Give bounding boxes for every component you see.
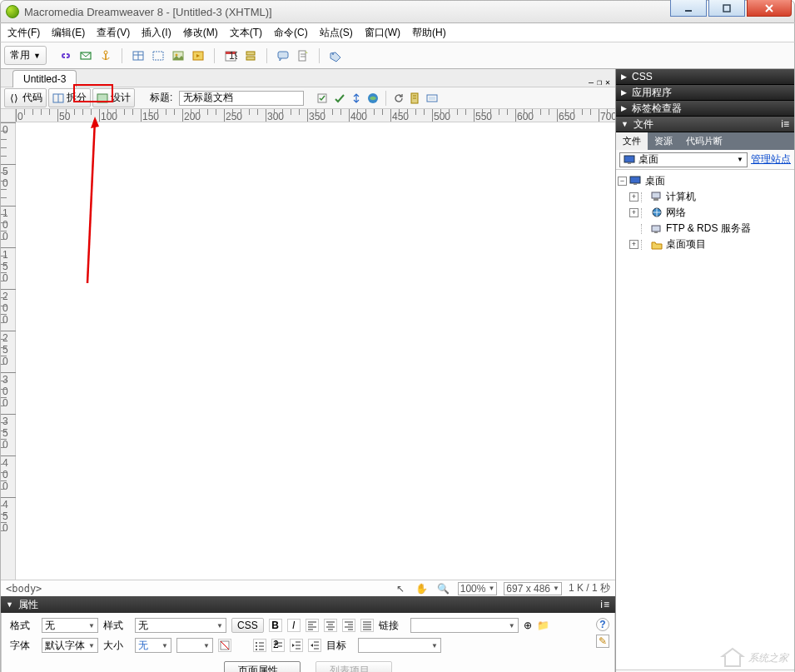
- tagins-panel-header[interactable]: ▶标签检查器: [616, 101, 794, 117]
- style-select[interactable]: 无▼: [135, 618, 226, 633]
- properties-header[interactable]: ▼ 属性 i≡: [1, 596, 615, 613]
- format-select[interactable]: 无▼: [42, 618, 98, 633]
- size-select[interactable]: 无▼: [135, 638, 171, 653]
- template-icon[interactable]: [296, 48, 311, 63]
- page-properties-button[interactable]: 页面属性...: [224, 661, 301, 672]
- quick-tag-icon[interactable]: ✎: [596, 635, 609, 648]
- panel-menu-icon[interactable]: i≡: [600, 599, 610, 610]
- expand-icon[interactable]: +: [629, 240, 638, 249]
- site-select[interactable]: 桌面▼: [619, 152, 748, 167]
- design-canvas[interactable]: [16, 122, 615, 580]
- help-icon[interactable]: ?: [596, 618, 609, 631]
- doc-minimize-icon[interactable]: –: [589, 77, 594, 87]
- point-to-file-icon[interactable]: ⊕: [524, 620, 532, 631]
- server-icon[interactable]: [243, 48, 258, 63]
- window-size-select[interactable]: 697 x 486▼: [504, 582, 562, 595]
- menu-text[interactable]: 文本(T): [230, 26, 262, 40]
- bold-icon[interactable]: B: [269, 619, 282, 632]
- menu-site[interactable]: 站点(S): [320, 26, 353, 40]
- menu-edit[interactable]: 编辑(E): [52, 26, 85, 40]
- menu-help[interactable]: 帮助(H): [412, 26, 446, 40]
- list-items-button[interactable]: 列表项目...: [316, 661, 392, 672]
- svg-rect-73: [630, 177, 640, 183]
- tree-item[interactable]: + 网络: [618, 205, 793, 221]
- expand-icon[interactable]: +: [629, 208, 638, 217]
- check-icon[interactable]: [332, 91, 347, 106]
- div-icon[interactable]: [151, 48, 166, 63]
- preview-icon[interactable]: [365, 91, 380, 106]
- files-tree[interactable]: − 桌面 + 计算机 + 网络 FTP & RDS 服务器 +: [616, 170, 794, 670]
- document-tabs: Untitled-3 – ❐ ✕: [1, 69, 615, 87]
- css-button[interactable]: CSS: [231, 618, 264, 633]
- view-options-icon[interactable]: [408, 91, 423, 106]
- validate-icon[interactable]: [316, 91, 330, 106]
- tree-item[interactable]: FTP & RDS 服务器: [618, 221, 793, 236]
- maximize-button[interactable]: [708, 0, 745, 17]
- tree-item[interactable]: + 桌面项目: [618, 236, 793, 252]
- target-select[interactable]: ▼: [358, 638, 441, 653]
- design-view-button[interactable]: 设计: [92, 88, 135, 107]
- align-center-icon[interactable]: [324, 619, 337, 632]
- zoom-icon[interactable]: 🔍: [436, 581, 451, 596]
- svg-rect-76: [653, 198, 658, 201]
- manage-sites-link[interactable]: 管理站点: [751, 152, 791, 167]
- text-color-icon[interactable]: [218, 639, 231, 652]
- italic-icon[interactable]: I: [287, 619, 301, 632]
- menu-commands[interactable]: 命令(C): [274, 26, 308, 40]
- align-left-icon[interactable]: [306, 619, 319, 632]
- app-panel-header[interactable]: ▶应用程序: [616, 85, 794, 101]
- align-right-icon[interactable]: [342, 619, 355, 632]
- document-tab[interactable]: Untitled-3: [12, 70, 77, 87]
- code-view-button[interactable]: ⟨⟩代码: [4, 88, 47, 107]
- align-justify-icon[interactable]: [360, 619, 374, 632]
- zoom-select[interactable]: 100%▼: [458, 582, 498, 595]
- file-mgmt-icon[interactable]: [349, 91, 364, 106]
- indent-icon[interactable]: [308, 639, 321, 652]
- tree-item[interactable]: + 计算机: [618, 189, 793, 205]
- image-icon[interactable]: [171, 48, 186, 63]
- tab-files[interactable]: 文件: [616, 132, 648, 150]
- menu-window[interactable]: 窗口(W): [365, 26, 400, 40]
- refresh-icon[interactable]: [391, 91, 406, 106]
- files-panel-header[interactable]: ▼文件i≡: [616, 117, 794, 132]
- anchor-icon[interactable]: [98, 48, 113, 63]
- hyperlink-icon[interactable]: [58, 48, 73, 63]
- files-panel-tabs: 文件 资源 代码片断: [616, 132, 794, 150]
- expand-icon[interactable]: +: [629, 192, 638, 202]
- page-title-input[interactable]: [179, 91, 304, 106]
- unordered-list-icon[interactable]: [253, 639, 266, 652]
- category-dropdown[interactable]: 常用 ▼: [4, 46, 47, 65]
- doc-restore-icon[interactable]: ❐: [597, 77, 602, 87]
- ordered-list-icon[interactable]: 12: [271, 639, 285, 652]
- tag-icon[interactable]: [328, 48, 343, 63]
- menu-modify[interactable]: 修改(M): [183, 26, 218, 40]
- browse-folder-icon[interactable]: 📁: [537, 620, 549, 631]
- link-input[interactable]: ▼: [410, 618, 519, 633]
- svg-text:2: 2: [273, 640, 279, 650]
- tab-assets[interactable]: 资源: [648, 132, 679, 150]
- css-panel-header[interactable]: ▶CSS: [616, 69, 794, 85]
- outdent-icon[interactable]: [290, 639, 303, 652]
- tab-snippets[interactable]: 代码片断: [679, 132, 729, 150]
- panel-menu-icon[interactable]: i≡: [781, 118, 789, 130]
- font-select[interactable]: 默认字体▼: [42, 638, 98, 653]
- size-unit-select[interactable]: ▼: [176, 638, 213, 653]
- doc-close-icon[interactable]: ✕: [605, 77, 610, 87]
- split-view-button[interactable]: 拆分: [48, 88, 91, 107]
- date-icon[interactable]: 19: [223, 48, 238, 63]
- media-icon[interactable]: [191, 48, 206, 63]
- svg-rect-74: [634, 183, 637, 185]
- comment-icon[interactable]: [276, 48, 291, 63]
- close-button[interactable]: [747, 0, 792, 17]
- menu-view[interactable]: 查看(V): [97, 26, 130, 40]
- pointer-icon[interactable]: ↖: [393, 581, 408, 596]
- minimize-button[interactable]: [670, 0, 707, 17]
- menu-file[interactable]: 文件(F): [7, 26, 40, 40]
- menu-insert[interactable]: 插入(I): [142, 26, 171, 40]
- email-icon[interactable]: [78, 48, 93, 63]
- visual-aids-icon[interactable]: [425, 91, 440, 106]
- collapse-icon[interactable]: −: [618, 177, 627, 186]
- hand-icon[interactable]: ✋: [415, 581, 430, 596]
- tag-selector[interactable]: <body>: [6, 583, 42, 595]
- table-icon[interactable]: [131, 48, 146, 63]
